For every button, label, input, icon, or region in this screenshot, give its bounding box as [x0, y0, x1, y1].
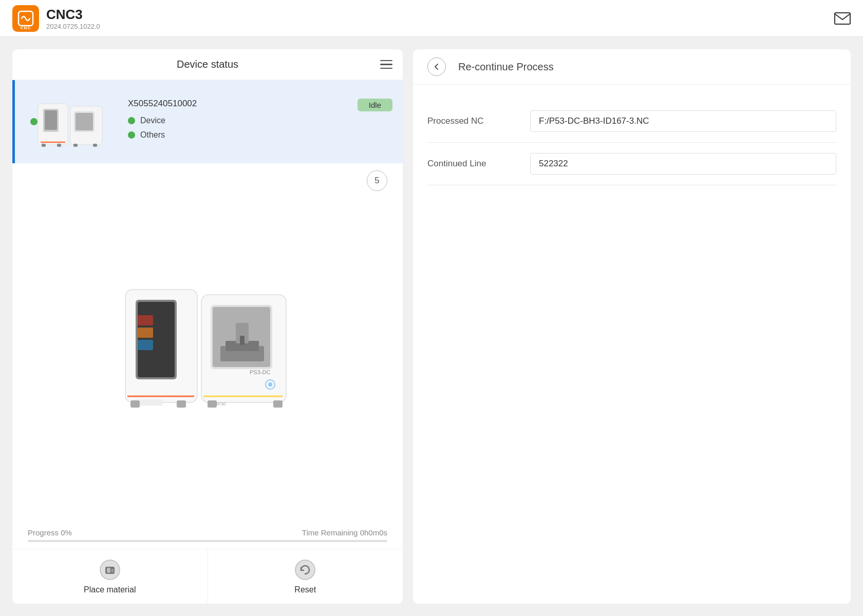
right-panel-content: Processed NC F:/P53-DC-BH3-ID167-3.NC Co…	[413, 85, 851, 201]
back-arrow-icon	[432, 62, 441, 71]
svg-rect-39	[107, 568, 110, 573]
machine-display: 5	[12, 163, 403, 523]
app-name: CNC3	[46, 7, 100, 23]
svg-rect-17	[138, 328, 153, 338]
svg-rect-41	[111, 569, 114, 572]
logo-icon	[16, 9, 35, 28]
device-list-item[interactable]: X5055240510002 Idle Device Others	[12, 80, 403, 163]
svg-rect-7	[76, 113, 93, 130]
reset-label: Reset	[294, 585, 316, 594]
svg-rect-15	[138, 302, 175, 377]
progress-label: Progress 0%	[28, 528, 72, 537]
logo-label: CNC	[21, 26, 31, 30]
right-panel-title: Re-continue Process	[458, 61, 554, 73]
svg-rect-18	[138, 340, 153, 350]
svg-rect-35	[273, 400, 283, 408]
device-thumbnail-machine	[35, 93, 107, 150]
svg-rect-9	[42, 144, 46, 147]
continued-line-value: 522322	[530, 153, 836, 175]
app-version: 2024.0725.1022.0	[46, 23, 100, 30]
menu-line-3	[380, 68, 392, 69]
app-logo: CNC	[12, 5, 39, 32]
app-header: CNC CNC3 2024.0725.1022.0	[0, 0, 863, 37]
place-material-label: Place material	[84, 585, 136, 594]
main-content: Device status	[0, 37, 863, 616]
svg-rect-4	[45, 110, 57, 130]
progress-bar-bg	[28, 540, 387, 542]
svg-rect-22	[177, 400, 186, 408]
device-green-dot	[128, 117, 135, 124]
machine-counter: 5	[367, 170, 387, 191]
device-info: X5055240510002 Idle Device Others	[128, 99, 392, 145]
menu-icon[interactable]	[380, 60, 392, 69]
panel-header: Device status	[12, 49, 403, 80]
svg-rect-29	[240, 336, 245, 345]
menu-line-2	[380, 64, 392, 65]
processed-nc-value: F:/P53-DC-BH3-ID167-3.NC	[530, 110, 836, 132]
others-label: Others	[140, 130, 165, 140]
device-label: Device	[140, 116, 165, 125]
processed-nc-label: Processed NC	[427, 116, 520, 126]
others-green-dot	[128, 131, 135, 139]
continued-line-row: Continued Line 522322	[427, 143, 836, 185]
menu-line-1	[380, 60, 392, 62]
back-button[interactable]	[427, 57, 446, 76]
svg-text:PS3-DC: PS3-DC	[250, 369, 270, 375]
svg-rect-10	[57, 144, 61, 147]
svg-text:⑤UP30: ⑤UP30	[210, 401, 226, 407]
reset-button[interactable]: Reset	[208, 549, 403, 604]
svg-point-32	[268, 382, 272, 387]
progress-section: Progress 0% Time Remaining 0h0m0s	[12, 523, 403, 545]
svg-rect-12	[93, 144, 97, 147]
header-right	[834, 12, 851, 25]
svg-point-42	[295, 560, 315, 580]
others-status-row: Others	[128, 130, 392, 140]
right-panel: Re-continue Process Processed NC F:/P53-…	[413, 49, 851, 604]
progress-labels: Progress 0% Time Remaining 0h0m0s	[28, 528, 387, 537]
place-material-icon	[99, 559, 121, 581]
svg-rect-16	[138, 315, 153, 325]
action-row: Place material Reset	[12, 549, 403, 604]
machine-visual-large: PS3-DC ⑤UP30	[120, 274, 295, 418]
left-panel: Device status	[12, 49, 403, 604]
svg-rect-1	[835, 13, 850, 24]
continued-line-label: Continued Line	[427, 159, 520, 169]
app-title-group: CNC3 2024.0725.1022.0	[46, 7, 100, 30]
processed-nc-row: Processed NC F:/P53-DC-BH3-ID167-3.NC	[427, 100, 836, 143]
time-remaining-label: Time Remaining 0h0m0s	[302, 528, 387, 537]
mail-icon[interactable]	[834, 12, 851, 25]
right-panel-header: Re-continue Process	[413, 49, 851, 85]
panel-title: Device status	[177, 59, 238, 70]
device-status-badge: Idle	[358, 99, 392, 111]
place-material-button[interactable]: Place material	[12, 549, 208, 604]
device-serial: X5055240510002 Idle	[128, 99, 392, 109]
svg-rect-11	[73, 144, 78, 147]
device-thumbnail-status-dot	[30, 118, 37, 125]
header-left: CNC CNC3 2024.0725.1022.0	[12, 5, 100, 32]
reset-icon	[294, 559, 316, 581]
device-thumbnail	[25, 88, 118, 155]
svg-rect-21	[130, 400, 140, 408]
device-status-row: Device	[128, 116, 392, 125]
